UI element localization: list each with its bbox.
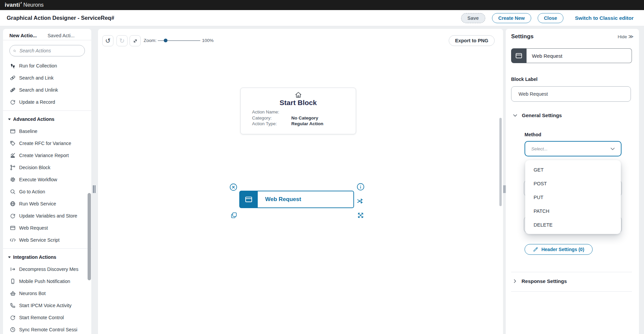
start-block-rows: Action Name:Category:No CategoryAction T… bbox=[252, 109, 324, 127]
sidebar-item-search-and-link[interactable]: Search and Link bbox=[3, 72, 91, 84]
caret-down-icon bbox=[8, 118, 11, 120]
method-option-delete[interactable]: DELETE bbox=[525, 218, 621, 232]
sidebar-item-search-and-unlink[interactable]: Search and Unlink bbox=[3, 84, 91, 96]
search-icon bbox=[13, 48, 16, 54]
sidebar-item-web-service-script[interactable]: Web Service Script bbox=[3, 234, 91, 246]
pencil-icon bbox=[533, 247, 538, 252]
general-settings-toggle[interactable]: General Settings bbox=[512, 112, 562, 118]
sidebar-item-label: Update Variables and Store bbox=[19, 213, 77, 219]
sidebar-item-decision-block[interactable]: Decision Block bbox=[3, 161, 91, 174]
method-select[interactable]: Select... bbox=[525, 141, 622, 156]
window-icon bbox=[9, 128, 16, 135]
method-option-patch[interactable]: PATCH bbox=[525, 204, 621, 218]
method-dropdown: GETPOSTPUTPATCHDELETE bbox=[525, 160, 621, 234]
section-header-label: Integration Actions bbox=[13, 254, 56, 260]
sidebar-item-web-request[interactable]: Web Request bbox=[3, 222, 91, 234]
method-option-post[interactable]: POST bbox=[525, 177, 621, 190]
sidebar-item-label: Update a Record bbox=[19, 99, 55, 105]
method-option-put[interactable]: PUT bbox=[525, 190, 621, 204]
response-settings-toggle[interactable]: Response Settings bbox=[512, 278, 567, 284]
sidebar-item-start-remote-control[interactable]: Start Remote Control bbox=[3, 312, 91, 324]
sidebar-scrollbar[interactable] bbox=[88, 193, 91, 280]
actions-sidebar: New Actio...Saved Acti... Run for Collec… bbox=[3, 29, 91, 334]
tab-saved-acti[interactable]: Saved Acti... bbox=[48, 33, 75, 40]
clock-icon bbox=[9, 326, 16, 333]
method-placeholder: Select... bbox=[531, 146, 610, 151]
zoom-slider-thumb[interactable] bbox=[164, 39, 167, 42]
expand-arrows-icon bbox=[357, 211, 364, 219]
window-icon bbox=[9, 225, 16, 231]
zoom-label: Zoom: bbox=[144, 38, 156, 43]
actions-list: Run for CollectionSearch and LinkSearch … bbox=[3, 58, 91, 334]
export-to-png-button[interactable]: Export to PNG bbox=[449, 35, 495, 46]
sidebar-item-label: Mobile Push Notification bbox=[19, 279, 70, 284]
sidebar-item-update-a-record[interactable]: Update a Record bbox=[3, 96, 91, 108]
sidebar-item-go-to-action[interactable]: Go to Action bbox=[3, 186, 91, 198]
node-header-label: Web Request bbox=[532, 53, 562, 59]
designer-canvas[interactable]: ↺ ↻ Zoom: 100% Export to PNG Start Block… bbox=[98, 29, 503, 334]
start-block-row: Action Name: bbox=[252, 109, 324, 115]
copy-icon bbox=[230, 211, 238, 219]
fit-view-button[interactable] bbox=[130, 35, 141, 46]
method-option-get[interactable]: GET bbox=[525, 163, 621, 177]
method-label: Method bbox=[525, 132, 541, 137]
block-label-input[interactable] bbox=[518, 91, 631, 97]
sidebar-section-integration-actions[interactable]: Integration Actions bbox=[3, 251, 91, 263]
header-settings-button[interactable]: Header Settings (0) bbox=[525, 244, 593, 255]
window-icon bbox=[244, 195, 253, 204]
create-new-button[interactable]: Create New bbox=[492, 13, 531, 23]
top-brand-bar: ivanti Neurons bbox=[0, 0, 644, 10]
sidebar-item-baseline[interactable]: Baseline bbox=[3, 125, 91, 137]
undo-button[interactable]: ↺ bbox=[102, 35, 113, 46]
redo-button[interactable]: ↻ bbox=[116, 35, 128, 46]
switch-to-classic-editor-link[interactable]: Switch to Classic editor bbox=[575, 15, 634, 21]
sidebar-item-run-web-service[interactable]: Run Web Service bbox=[3, 198, 91, 210]
left-panel-drag-handle[interactable] bbox=[93, 185, 96, 193]
block-label-field[interactable] bbox=[511, 86, 631, 102]
sidebar-item-neurons-bot[interactable]: Neurons Bot bbox=[3, 287, 91, 299]
divider bbox=[3, 248, 91, 249]
close-button[interactable]: Close bbox=[538, 13, 564, 23]
sidebar-item-create-variance-report[interactable]: Create Variance Report bbox=[3, 149, 91, 161]
sidebar-section-advanced-actions[interactable]: Advanced Actions bbox=[3, 113, 91, 125]
divider bbox=[511, 272, 632, 272]
node-type-square bbox=[239, 191, 258, 208]
node-shuffle-button[interactable] bbox=[356, 197, 365, 205]
sidebar-item-create-rfc-for-variance[interactable]: Create RFC for Variance bbox=[3, 137, 91, 149]
start-block-card[interactable]: Start Block Action Name:Category:No Cate… bbox=[240, 88, 356, 134]
sidebar-item-run-for-collection[interactable]: Run for Collection bbox=[3, 60, 91, 72]
unlink-icon bbox=[9, 87, 16, 93]
node-label: Web Request bbox=[265, 196, 301, 203]
sidebar-item-start-ipcm-voice-activity[interactable]: Start IPCM Voice Activity bbox=[3, 299, 91, 312]
graphical-action-designer-app: ivanti Neurons Graphical Action Designer… bbox=[0, 0, 644, 334]
canvas-scrollbar[interactable] bbox=[499, 118, 502, 206]
node-info-button[interactable] bbox=[356, 182, 365, 191]
sidebar-item-label: Web Request bbox=[19, 225, 48, 231]
sidebar-item-sync-remote-control-sessi[interactable]: Sync Remote Control Sessi bbox=[3, 324, 91, 334]
caret-down-icon bbox=[8, 256, 11, 258]
tab-new-actio[interactable]: New Actio... bbox=[9, 33, 37, 40]
sidebar-item-decompress-discovery-mes[interactable]: Decompress Discovery Mes bbox=[3, 263, 91, 275]
node-expand-button[interactable] bbox=[356, 211, 365, 220]
search-actions-box[interactable] bbox=[9, 45, 85, 56]
sidebar-tabs: New Actio...Saved Acti... bbox=[3, 29, 91, 40]
section-header-label: Advanced Actions bbox=[13, 116, 54, 122]
sidebar-item-label: Decompress Discovery Mes bbox=[19, 267, 79, 272]
link-icon bbox=[9, 75, 16, 81]
sidebar-item-label: Search and Unlink bbox=[19, 87, 58, 93]
shuffle-icon bbox=[356, 197, 364, 205]
search-actions-input[interactable] bbox=[19, 48, 81, 54]
sidebar-item-execute-workflow[interactable]: Execute Workflow bbox=[3, 174, 91, 186]
hide-panel-link[interactable]: Hide≫ bbox=[618, 34, 634, 40]
start-block-row: Action Type:Regular Action bbox=[252, 121, 324, 127]
home-icon bbox=[294, 91, 302, 99]
branch-icon bbox=[9, 164, 16, 171]
node-copy-button[interactable] bbox=[230, 211, 238, 220]
sidebar-item-update-variables-and-store[interactable]: Update Variables and Store bbox=[3, 210, 91, 222]
chart-icon bbox=[9, 152, 16, 159]
sidebar-item-mobile-push-notification[interactable]: Mobile Push Notification bbox=[3, 275, 91, 287]
node-delete-button[interactable] bbox=[229, 183, 238, 191]
web-request-node[interactable]: Web Request bbox=[239, 191, 354, 208]
save-button[interactable]: Save bbox=[461, 13, 485, 23]
chevron-down-icon bbox=[610, 146, 615, 152]
